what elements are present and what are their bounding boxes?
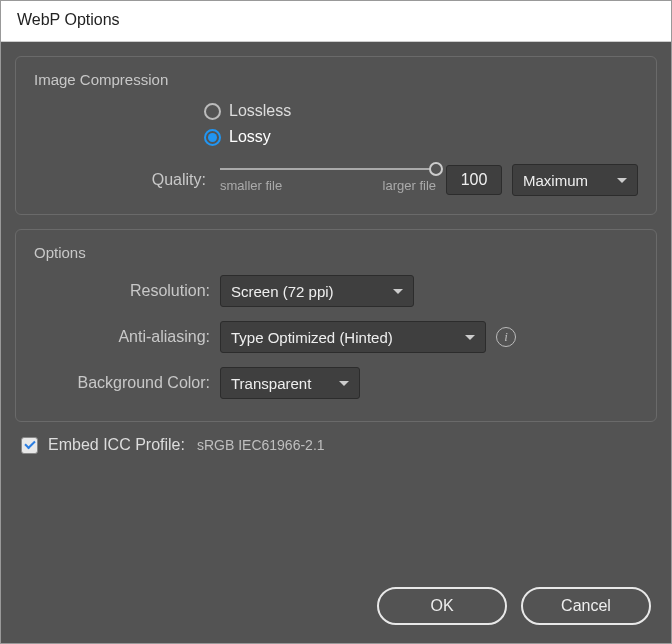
- slider-thumb-icon[interactable]: [429, 162, 443, 176]
- bgcolor-row: Background Color: Transparent: [34, 367, 638, 399]
- ok-button[interactable]: OK: [377, 587, 507, 625]
- embed-icc-checkbox[interactable]: [21, 437, 38, 454]
- checkmark-icon: [24, 438, 35, 449]
- smaller-file-label: smaller file: [220, 178, 282, 193]
- larger-file-label: larger file: [383, 178, 436, 193]
- bgcolor-value: Transparent: [231, 375, 311, 392]
- chevron-down-icon: [339, 381, 349, 386]
- radio-icon: [204, 103, 221, 120]
- antialiasing-row: Anti-aliasing: Type Optimized (Hinted) i: [34, 321, 638, 353]
- chevron-down-icon: [393, 289, 403, 294]
- quality-label: Quality:: [34, 171, 210, 189]
- lossless-label: Lossless: [229, 102, 291, 120]
- lossy-radio[interactable]: Lossy: [204, 128, 638, 146]
- embed-icc-row: Embed ICC Profile: sRGB IEC61966-2.1: [15, 436, 657, 454]
- resolution-select[interactable]: Screen (72 ppi): [220, 275, 414, 307]
- resolution-label: Resolution:: [34, 282, 210, 300]
- icc-profile-value: sRGB IEC61966-2.1: [197, 437, 325, 453]
- lossy-label: Lossy: [229, 128, 271, 146]
- quality-slider-container: smaller file larger file: [220, 168, 436, 193]
- quality-input[interactable]: [446, 165, 502, 195]
- quality-preset-value: Maximum: [523, 172, 588, 189]
- quality-row: Quality: smaller file larger file Maximu…: [34, 164, 638, 196]
- slider-sublabels: smaller file larger file: [220, 178, 436, 193]
- bgcolor-select[interactable]: Transparent: [220, 367, 360, 399]
- chevron-down-icon: [465, 335, 475, 340]
- radio-icon: [204, 129, 221, 146]
- compression-group-title: Image Compression: [34, 71, 638, 88]
- dialog-body: Image Compression Lossless Lossy Quality…: [1, 42, 671, 643]
- antialiasing-select[interactable]: Type Optimized (Hinted): [220, 321, 486, 353]
- chevron-down-icon: [617, 178, 627, 183]
- lossless-radio[interactable]: Lossless: [204, 102, 638, 120]
- window-title: WebP Options: [1, 1, 671, 42]
- webp-options-dialog: WebP Options Image Compression Lossless …: [0, 0, 672, 644]
- cancel-button[interactable]: Cancel: [521, 587, 651, 625]
- button-row: OK Cancel: [15, 587, 657, 629]
- resolution-value: Screen (72 ppi): [231, 283, 334, 300]
- quality-preset-select[interactable]: Maximum: [512, 164, 638, 196]
- antialiasing-label: Anti-aliasing:: [34, 328, 210, 346]
- options-group: Options Resolution: Screen (72 ppi) Anti…: [15, 229, 657, 422]
- antialiasing-value: Type Optimized (Hinted): [231, 329, 393, 346]
- options-group-title: Options: [34, 244, 638, 261]
- image-compression-group: Image Compression Lossless Lossy Quality…: [15, 56, 657, 215]
- info-icon[interactable]: i: [496, 327, 516, 347]
- embed-icc-label: Embed ICC Profile:: [48, 436, 185, 454]
- quality-slider[interactable]: [220, 168, 436, 170]
- resolution-row: Resolution: Screen (72 ppi): [34, 275, 638, 307]
- bgcolor-label: Background Color:: [34, 374, 210, 392]
